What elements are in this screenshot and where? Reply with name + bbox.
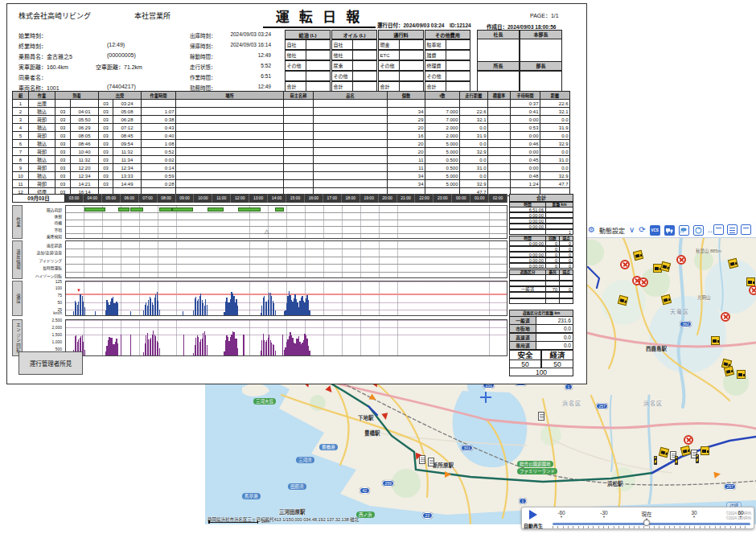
barrier-marker[interactable] (654, 456, 657, 465)
table-cell: 32.1 (540, 108, 570, 116)
no-entry-marker[interactable] (721, 312, 730, 322)
table-cell: 荷卸 (29, 132, 55, 140)
grid-line (66, 212, 507, 213)
time-tick: 23:00 (433, 194, 452, 203)
panel-window-icon[interactable] (741, 224, 751, 235)
panel-list-icon[interactable] (727, 224, 738, 235)
time-tick: 08:00 (158, 194, 176, 203)
expense-row-label: 雑費 (425, 50, 446, 60)
table-cell (425, 100, 460, 108)
table-cell: 7 (13, 148, 29, 156)
vcs-button[interactable]: VCS (650, 225, 660, 236)
speed-axis-unit: km/h (46, 310, 62, 315)
table-cell (460, 100, 488, 108)
barrier-marker[interactable] (696, 454, 699, 463)
table-cell: 0:00 (511, 148, 540, 156)
daily-driving-report: 株式会社高崎リビング 本社営業所 運 転 日 報 PAGE：1/1 運行日付：2… (6, 3, 587, 384)
weather-icon[interactable] (679, 225, 689, 236)
table-cell: 31.0 (460, 164, 488, 172)
dynamic-settings-label[interactable]: 動態設定 (599, 226, 625, 235)
table-cell (284, 156, 314, 164)
table-row: 4積込0306:290307:120:43202.0000.00:5331.9 (13, 124, 570, 132)
table-cell: 32.1 (460, 116, 488, 124)
refresh-icon[interactable]: ⟳ (639, 224, 645, 236)
play-button[interactable] (529, 510, 537, 520)
table-cell: 03 (55, 148, 71, 156)
notice-sign-marker[interactable] (538, 412, 544, 421)
vehicle-marker[interactable] (711, 336, 720, 345)
table-cell: 08:46 (71, 140, 99, 148)
time-tick: 15:00 (286, 194, 305, 203)
table-cell (488, 116, 511, 124)
company-name: 株式会社高崎リビング (18, 10, 91, 21)
no-entry-marker[interactable] (639, 277, 648, 287)
vehicle-icon[interactable] (664, 225, 675, 236)
table-cell: 13:33 (113, 172, 142, 180)
table-cell: 荷卸 (29, 180, 55, 188)
table-cell: 03 (99, 172, 113, 180)
table-cell (314, 100, 388, 108)
auto-play-label: 自動再生 (524, 522, 543, 529)
table-cell (284, 124, 314, 132)
speed-limit-line (66, 294, 507, 295)
table-cell: 0.0 (460, 172, 488, 180)
table-cell (314, 156, 388, 164)
no-entry-marker[interactable] (684, 435, 693, 445)
no-entry-marker[interactable] (620, 260, 630, 269)
table-cell (284, 108, 314, 116)
timeline-track[interactable] (553, 523, 750, 525)
vehicle-marker[interactable] (701, 446, 709, 455)
barrier-marker[interactable] (675, 456, 678, 465)
activity-row-label: 積込荷卸 (23, 207, 62, 212)
summary-cell (559, 292, 573, 298)
grid-line (66, 249, 507, 249)
info-label: 始業時刻： (18, 31, 47, 39)
expense-row-label: 自社 (285, 39, 306, 50)
vehicle-marker[interactable] (737, 370, 746, 379)
gear-icon[interactable]: ⚙ (588, 224, 595, 236)
table-cell: 0:38 (142, 116, 176, 124)
map-scale-label: 2km (261, 519, 269, 524)
timebar-tick[interactable]: 60▼ (738, 510, 743, 519)
table-cell: 20 (388, 140, 425, 148)
timebar-tick[interactable]: -60▼ (557, 510, 565, 519)
timebar-tick[interactable]: -30▼ (600, 510, 607, 519)
route-icon[interactable] (693, 225, 704, 236)
expense-row-value (352, 50, 377, 60)
table-cell: 荷卸 (29, 116, 55, 124)
approval-title: 部長 (520, 61, 562, 71)
activity-row-label: 乗降検知 (23, 233, 62, 239)
column-header: 積載率 (488, 92, 511, 100)
speed-plot: ▼ (65, 281, 507, 316)
table-cell: 05:08 (113, 108, 142, 116)
summary-cell (545, 292, 560, 298)
expense-row-label: その他 (285, 60, 306, 71)
table-cell: 29 (388, 116, 425, 124)
table-cell (314, 140, 388, 148)
score-header: 安全 (509, 350, 541, 360)
summary-cell (559, 281, 573, 286)
time-tick: 05:00 (102, 194, 121, 203)
expense-row-label: 他社 (331, 50, 353, 60)
no-entry-marker[interactable] (749, 285, 756, 295)
panel-monitor-icon[interactable] (713, 224, 724, 235)
summary-cell: 0 (545, 263, 560, 269)
expense-row-label: 現金 (378, 39, 400, 50)
table-cell: 03 (99, 124, 113, 132)
timebar-tick[interactable]: 30▼ (691, 510, 696, 519)
table-cell: 11:34 (113, 156, 142, 164)
table-cell (488, 140, 511, 148)
summary-cell (545, 281, 560, 286)
time-tick: 20:00 (379, 194, 397, 203)
notice-sign-marker[interactable] (428, 458, 434, 466)
table-cell: 積込 (29, 172, 55, 180)
chevron-down-icon[interactable]: ∨ (629, 224, 635, 236)
column-header: 品名 (314, 92, 388, 100)
timebar-tick[interactable]: 現在▼ (642, 510, 652, 521)
map-label: 浜名区 (643, 399, 663, 407)
table-cell: 03 (55, 156, 71, 164)
table-cell (488, 148, 511, 156)
no-entry-marker[interactable] (676, 255, 686, 265)
table-cell: 10 (13, 172, 29, 180)
table-cell (176, 116, 284, 124)
